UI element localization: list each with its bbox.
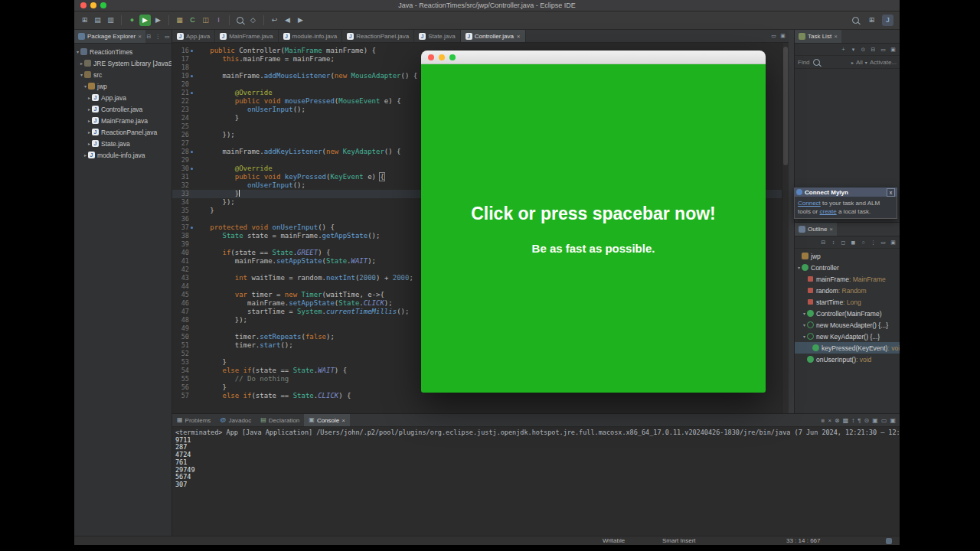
editor-tab[interactable]: JApp.java: [172, 30, 215, 42]
minimize-icon[interactable]: ▭: [880, 240, 887, 246]
bottom-tab-declaration[interactable]: ▤Declaration: [256, 414, 304, 426]
panel-sash[interactable]: [789, 30, 794, 413]
collapse-arrow-icon[interactable]: ▾: [802, 311, 807, 316]
view-menu-icon[interactable]: ⋮: [155, 34, 162, 40]
reaction-window-body[interactable]: Click or press spacebar now! Be as fast …: [421, 64, 766, 393]
maximize-icon[interactable]: ▣: [890, 240, 897, 246]
minimize-icon[interactable]: ▭: [164, 34, 171, 40]
pin-console-icon[interactable]: ⊙: [864, 417, 870, 424]
close-icon[interactable]: ×: [829, 226, 833, 233]
filter-all-dropdown[interactable]: All: [856, 59, 863, 66]
collapse-arrow-icon[interactable]: ▾: [79, 72, 84, 77]
expand-arrow-icon[interactable]: ▸: [87, 129, 92, 135]
java-perspective-icon[interactable]: J: [882, 15, 893, 26]
editor-tab[interactable]: Jmodule-info.java: [279, 30, 343, 42]
console-view[interactable]: <terminated> App [Java Application] /Use…: [172, 427, 900, 489]
expand-arrow-icon[interactable]: ▸: [87, 118, 92, 123]
close-icon[interactable]: x: [887, 188, 895, 197]
tree-item[interactable]: ▸JState.java: [74, 138, 172, 149]
outline-item[interactable]: ▾new MouseAdapter() {...}: [795, 319, 900, 331]
filter-icon[interactable]: ⊙: [860, 47, 867, 53]
close-icon[interactable]: ×: [517, 33, 521, 40]
close-icon[interactable]: ×: [138, 33, 142, 40]
new-interface-icon[interactable]: I: [213, 15, 224, 26]
task-list-tab[interactable]: Task List ×: [795, 30, 841, 43]
tree-item[interactable]: ▸JMainFrame.java: [74, 115, 172, 126]
outline-item[interactable]: jwp: [795, 250, 900, 262]
mylyn-link[interactable]: Connect: [798, 200, 821, 207]
editor-scrollbar[interactable]: [782, 43, 789, 413]
remove-all-launches-icon[interactable]: ⊗: [835, 417, 840, 424]
hide-fields-icon[interactable]: ◻: [840, 240, 847, 246]
maximize-icon[interactable]: ▣: [890, 47, 897, 53]
maximize-icon[interactable]: ▣: [890, 417, 896, 424]
collapse-arrow-icon[interactable]: ▾: [802, 334, 807, 339]
last-edit-icon[interactable]: ↩: [269, 15, 280, 26]
activate-link[interactable]: Activate...: [870, 59, 897, 66]
maximize-icon[interactable]: ▣: [779, 33, 786, 39]
clear-console-icon[interactable]: ▩: [843, 417, 849, 424]
open-perspective-icon[interactable]: ⊞: [866, 15, 877, 26]
minimize-icon[interactable]: ▭: [880, 47, 887, 53]
close-button[interactable]: [428, 54, 434, 60]
outline-item[interactable]: startTime : Long: [795, 296, 900, 308]
collapse-arrow-icon[interactable]: ▾: [802, 322, 807, 328]
coverage-icon[interactable]: ▦: [174, 15, 185, 26]
tree-item[interactable]: ▾src: [74, 69, 172, 80]
open-type-icon[interactable]: ◇: [247, 15, 259, 26]
collapse-arrow-icon[interactable]: ▾: [83, 83, 88, 89]
package-explorer-tab[interactable]: Package Explorer ×: [74, 30, 145, 43]
mylyn-link[interactable]: create: [819, 208, 836, 215]
terminate-icon[interactable]: ■: [822, 417, 825, 424]
outline-item[interactable]: ▾Controller: [795, 262, 900, 273]
hide-static-icon[interactable]: ◼: [850, 240, 857, 246]
tree-item[interactable]: ▸Jmodule-info.java: [74, 149, 172, 161]
categorize-icon[interactable]: ▾: [850, 47, 857, 53]
close-icon[interactable]: ×: [341, 417, 345, 424]
tree-item[interactable]: ▸JRE System Library [JavaSE-17]: [74, 57, 172, 69]
forward-icon[interactable]: ▶: [295, 15, 306, 26]
search-icon[interactable]: [850, 15, 861, 26]
expand-arrow-icon[interactable]: ▸: [83, 152, 88, 158]
expand-arrow-icon[interactable]: ▸: [87, 141, 92, 146]
reaction-window-titlebar[interactable]: [421, 51, 766, 64]
sort-icon[interactable]: ↕: [830, 240, 837, 245]
find-label[interactable]: Find: [798, 59, 810, 66]
editor-tab[interactable]: JMainFrame.java: [215, 30, 278, 42]
new-class-icon[interactable]: C: [187, 15, 198, 26]
minimize-icon[interactable]: ▭: [881, 417, 887, 424]
close-icon[interactable]: ×: [834, 33, 838, 40]
insert-mode-status[interactable]: Smart Insert: [662, 536, 696, 545]
run-icon[interactable]: ▶: [139, 15, 151, 26]
mylyn-popup-header[interactable]: Connect Mylyn x: [794, 187, 897, 197]
editor-tab[interactable]: JController.java×: [461, 30, 526, 42]
minimize-icon[interactable]: ▭: [770, 33, 777, 39]
bottom-tab-problems[interactable]: ▦Problems: [172, 414, 215, 426]
tree-item[interactable]: ▸JReactionPanel.java: [74, 126, 172, 138]
view-menu-icon[interactable]: ⋮: [870, 240, 877, 246]
editor-tab[interactable]: JReactionPanel.java: [342, 30, 414, 42]
new-wizard-icon[interactable]: ⊞: [79, 15, 90, 26]
outline-item[interactable]: random : Random: [795, 285, 900, 296]
collapse-arrow-icon[interactable]: ▾: [796, 265, 802, 270]
new-task-icon[interactable]: +: [840, 47, 847, 52]
search-icon[interactable]: [234, 15, 246, 26]
status-icon[interactable]: [886, 538, 892, 544]
open-console-icon[interactable]: ▣: [872, 417, 878, 424]
expand-arrow-icon[interactable]: ▸: [87, 106, 92, 112]
run-external-icon[interactable]: ▶: [152, 15, 164, 26]
code-line[interactable]: 57 else if(state == State.CLICK) {: [172, 392, 789, 400]
collapse-all-icon[interactable]: ⊟: [145, 34, 152, 40]
collapse-arrow-icon[interactable]: ▾: [75, 49, 80, 54]
new-package-icon[interactable]: ◫: [200, 15, 211, 26]
reaction-app-window[interactable]: Click or press spacebar now! Be as fast …: [421, 51, 766, 393]
expand-arrow-icon[interactable]: ▸: [87, 95, 92, 100]
zoom-button[interactable]: [449, 54, 456, 60]
outline-item[interactable]: ▾Controller(MainFrame): [795, 308, 900, 319]
collapse-all-icon[interactable]: ⊟: [820, 240, 827, 246]
collapse-all-icon[interactable]: ⊟: [870, 47, 877, 53]
minimize-button[interactable]: [439, 54, 445, 60]
hide-non-public-icon[interactable]: ○: [860, 240, 867, 245]
outline-item[interactable]: mainFrame : MainFrame: [795, 273, 900, 285]
save-all-icon[interactable]: ▥: [105, 15, 116, 26]
